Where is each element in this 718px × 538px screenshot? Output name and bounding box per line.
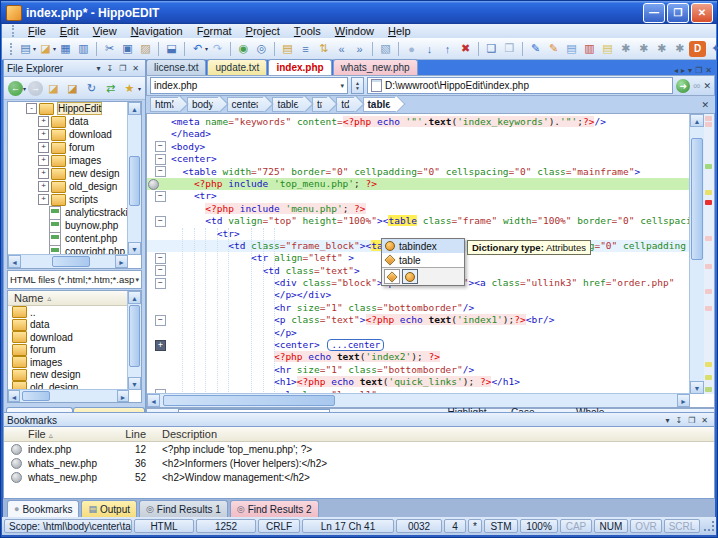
expand-icon[interactable]: + xyxy=(38,142,49,153)
breadcrumb-item-body[interactable]: body xyxy=(187,97,220,112)
editor-scroll-left-icon[interactable]: ◄ xyxy=(147,394,160,407)
tree-item[interactable]: +forum xyxy=(8,141,141,154)
breadcrumb-item-td[interactable]: td xyxy=(336,97,355,112)
fold-collapse-icon[interactable]: − xyxy=(155,315,166,326)
bookmark-row[interactable]: index.php12<?php include 'top_menu.php';… xyxy=(4,442,714,456)
paste-icon[interactable]: ▨ xyxy=(137,41,154,57)
tree-scroll-left-icon[interactable]: ◄ xyxy=(8,255,21,268)
settings4-icon[interactable]: ✱ xyxy=(671,41,688,57)
tool-page-icon[interactable]: ▤ xyxy=(563,41,580,57)
undo-icon[interactable]: ↶ xyxy=(189,41,206,57)
close-panel-icon[interactable]: ✕ xyxy=(698,416,711,425)
list-item[interactable]: data xyxy=(8,319,141,332)
editor-scroll-up-icon[interactable]: ▲ xyxy=(690,114,704,127)
list-hscroll-thumb[interactable] xyxy=(22,391,50,401)
address-close-icon[interactable]: ✕ xyxy=(703,81,711,91)
maximize-panel-icon[interactable]: ❐ xyxy=(116,64,129,73)
list-item[interactable]: .. xyxy=(8,306,141,319)
menu-item-file[interactable]: File xyxy=(21,25,53,37)
chevron-down-icon[interactable]: ▾ xyxy=(33,45,36,52)
editor-scroll-thumb[interactable] xyxy=(691,138,703,260)
breadcrumb-close-icon[interactable]: ✕ xyxy=(701,100,715,110)
menu-item-format[interactable]: Format xyxy=(190,25,239,37)
tree-item[interactable]: +new design xyxy=(8,167,141,180)
tree-vscrollbar[interactable]: ▲ ▼ xyxy=(127,102,141,255)
tree-item[interactable]: +data xyxy=(8,115,141,128)
code-line[interactable]: <?php include 'menu.php'; ?> xyxy=(147,203,690,215)
bookmark-list-icon[interactable]: ▤ xyxy=(279,41,296,57)
breadcrumb-item-html[interactable]: html xyxy=(150,97,180,112)
list-vscrollbar[interactable]: ▲ ▼ xyxy=(127,291,141,390)
chevron-down-icon[interactable]: ▾ xyxy=(205,45,208,52)
panel-tab-output[interactable]: ▤Output xyxy=(81,500,137,517)
list-scroll-right-icon[interactable]: ► xyxy=(117,390,129,402)
sync-icon[interactable]: ⇄ xyxy=(102,80,119,96)
panel-menu-icon[interactable]: ▾ xyxy=(662,416,672,425)
expand-icon[interactable]: + xyxy=(38,155,49,166)
autocomplete-item-table[interactable]: table xyxy=(382,253,464,267)
download-icon[interactable]: D xyxy=(689,41,706,57)
pin-icon[interactable]: ↧ xyxy=(103,64,116,73)
bookmark-icon[interactable] xyxy=(148,179,159,190)
close-button[interactable]: ✕ xyxy=(691,3,713,23)
list-scroll-left-icon[interactable]: ◄ xyxy=(8,390,20,402)
list-hscrollbar[interactable]: ◄ ► xyxy=(8,389,129,402)
help-flame-icon[interactable]: ✦ xyxy=(707,41,718,57)
expand-icon[interactable]: + xyxy=(38,129,49,140)
tab-list-icon[interactable]: ▾ xyxy=(688,66,692,75)
tree-hscroll-thumb[interactable] xyxy=(52,256,90,267)
file-filter-select[interactable]: HTML files (*.html;*.htm;*.asp;' ▾ xyxy=(7,270,142,289)
panel-tab-bookmarks[interactable]: ●Bookmarks xyxy=(7,500,79,517)
maximize-button[interactable]: ❐ xyxy=(667,3,689,23)
bookmarks-columns[interactable]: File ▵ Line Description xyxy=(4,427,714,442)
doc-tab-update-txt[interactable]: update.txt xyxy=(207,59,267,75)
cut-icon[interactable]: ✂ xyxy=(101,41,118,57)
tree-scroll-down-icon[interactable]: ▼ xyxy=(128,242,141,255)
indent-right-icon[interactable]: » xyxy=(351,41,368,57)
select-block-icon[interactable]: ▧ xyxy=(377,41,394,57)
tree-item[interactable]: -HippoEdit xyxy=(8,102,141,115)
bookmark-prev-icon[interactable]: ↑ xyxy=(439,41,456,57)
code-line[interactable]: <?php include 'top_menu.php'; ?> xyxy=(147,178,690,190)
code-line[interactable]: − <table width="725" border="0" cellpadd… xyxy=(147,166,690,178)
list-item[interactable]: download xyxy=(8,331,141,344)
list-scroll-thumb[interactable] xyxy=(129,305,140,367)
preview-icon[interactable]: ◉ xyxy=(235,41,252,57)
line-list-icon[interactable]: ≡ xyxy=(297,41,314,57)
code-line[interactable]: </head> xyxy=(147,128,690,140)
menu-item-tools[interactable]: Tools xyxy=(287,25,328,37)
breadcrumb-item-table[interactable]: table xyxy=(363,97,397,112)
breadcrumb-item-center[interactable]: center xyxy=(227,97,266,112)
browser-icon[interactable]: ◎ xyxy=(253,41,270,57)
pin-icon[interactable]: ↧ xyxy=(672,416,685,425)
list-item[interactable]: images xyxy=(8,356,141,369)
settings1-icon[interactable]: ✱ xyxy=(617,41,634,57)
menu-item-view[interactable]: View xyxy=(86,25,124,37)
tree-scroll-up-icon[interactable]: ▲ xyxy=(128,102,141,115)
minimize-button[interactable]: — xyxy=(643,3,665,23)
tab-scroll-right-icon[interactable]: ▸ xyxy=(681,66,685,75)
editor-scroll-down-icon[interactable]: ▼ xyxy=(690,381,704,394)
tree-item[interactable]: +images xyxy=(8,154,141,167)
bookmark-row[interactable]: whats_new.php52<h2>Window management:</h… xyxy=(4,470,714,484)
go-button[interactable]: ➜ xyxy=(676,79,690,93)
fold-collapse-icon[interactable]: − xyxy=(155,166,166,177)
expand-icon[interactable]: + xyxy=(38,168,49,179)
fold-collapse-icon[interactable]: − xyxy=(155,265,166,276)
file-path-field[interactable]: D:\wwwroot\HippoEdit\index.php xyxy=(367,77,673,94)
back-icon[interactable]: ← xyxy=(8,81,23,96)
fold-collapse-icon[interactable]: − xyxy=(155,253,166,264)
chevron-down-icon[interactable]: ▾ xyxy=(23,85,26,92)
tool-edit-orange-icon[interactable]: ✎ xyxy=(545,41,562,57)
bookmark-row[interactable]: whats_new.php36<h2>Informers (Hover help… xyxy=(4,456,714,470)
code-line[interactable]: − <tr> xyxy=(147,190,690,202)
sort-icon[interactable]: ⇅ xyxy=(315,41,332,57)
bookmark-clear-icon[interactable]: ✖ xyxy=(457,41,474,57)
refresh-icon[interactable]: ↻ xyxy=(83,80,100,96)
tree-item[interactable]: +old_design xyxy=(8,180,141,193)
fold-collapse-icon[interactable]: − xyxy=(155,216,166,227)
menu-item-window[interactable]: Window xyxy=(328,25,381,37)
settings2-icon[interactable]: ✱ xyxy=(635,41,652,57)
menu-item-help[interactable]: Help xyxy=(381,25,418,37)
notes-icon[interactable]: ▤ xyxy=(599,41,616,57)
